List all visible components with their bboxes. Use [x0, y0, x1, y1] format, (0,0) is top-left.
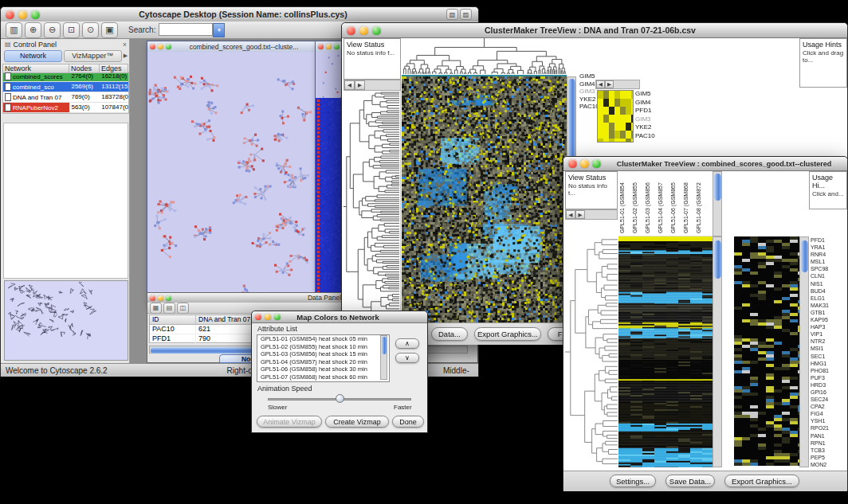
dna-left-hscrollbar[interactable]: ◀ ▶ [344, 80, 401, 91]
toolbar-icon[interactable]: ▣ [101, 22, 118, 38]
cytopanel-east-icon[interactable]: ▧ [446, 9, 458, 20]
scroll-right-icon[interactable]: ▶ [575, 210, 585, 219]
dna-mid-hscrollbar[interactable]: ◀ ▶ [595, 80, 640, 89]
zoom-button[interactable] [334, 44, 340, 49]
data-panel-icon[interactable]: ▤ [163, 303, 175, 314]
scroll-right-icon[interactable]: ▶ [605, 80, 614, 88]
combined-vscrollbar[interactable] [713, 236, 722, 467]
create-vizmap-button[interactable]: Create Vizmap [325, 416, 389, 428]
toolbar-icon[interactable]: ⊡ [63, 22, 80, 38]
network-edges: 13112(15) [100, 82, 128, 92]
network-overview-canvas[interactable] [5, 281, 128, 360]
dna-summary-heatmap[interactable] [597, 90, 634, 143]
zoom-button[interactable] [592, 159, 601, 168]
combined-row-dendrogram[interactable] [565, 236, 618, 467]
attribute-item[interactable]: GPL51-04 (GSM857) heat shock 20 min [259, 358, 389, 366]
toolbar-icon[interactable]: ⊕ [25, 22, 41, 38]
network-overview[interactable] [4, 280, 128, 361]
combined-collabel-vscrollbar[interactable] [713, 171, 722, 236]
close-button[interactable] [318, 44, 324, 49]
scroll-left-icon[interactable]: ◀ [596, 80, 605, 88]
panel-close-icon[interactable]: × [123, 41, 127, 49]
search-input[interactable] [159, 23, 213, 36]
close-button[interactable] [150, 295, 155, 301]
attribute-item[interactable]: GPL51-07 (GSM868) heat shock 60 min [259, 373, 389, 381]
move-down-button[interactable]: ∨ [395, 353, 419, 363]
attribute-item[interactable]: GPL51-06 (GSM858) heat shock 30 min [259, 365, 389, 373]
scroll-left-icon[interactable]: ◀ [344, 80, 355, 90]
export-graphics-button[interactable]: Export Graphics... [474, 327, 541, 341]
zoom-button[interactable] [166, 295, 171, 301]
attribute-item[interactable]: GPL51-03 (GSM856) heat shock 15 min [259, 350, 389, 358]
scroll-left-icon[interactable]: ◀ [566, 210, 575, 219]
zoom-button[interactable] [274, 314, 281, 320]
network-table-header: NetworkNodesEdges [2, 62, 129, 72]
treeview-combined-titlebar[interactable]: ClusterMaker TreeView : combined_scores_… [563, 157, 847, 171]
network-view-titlebar[interactable]: combined_scores_good.txt--cluste... [147, 41, 316, 53]
data-col-id[interactable]: ID [150, 315, 196, 324]
attribute-list[interactable]: GPL51-01 (GSM854) heat shock 05 minGPL51… [257, 334, 390, 382]
network-list-row[interactable]: RNAPuberNov2 563(0) 107847(0) [3, 103, 128, 113]
zoom-button[interactable] [31, 10, 40, 19]
dna-column-dendrogram[interactable] [402, 38, 567, 76]
minimize-button[interactable] [158, 295, 163, 301]
map-dialog-titlebar[interactable]: Map Colors to Network [252, 311, 427, 323]
gene-summary-label: PAC10 [635, 132, 667, 141]
vscroll-thumb[interactable] [714, 240, 721, 279]
done-button[interactable]: Done [392, 416, 424, 428]
minimize-button[interactable] [359, 26, 368, 35]
data-panel-icon[interactable]: ◫ [177, 303, 189, 314]
minimize-button[interactable] [158, 44, 163, 49]
zoom-button[interactable] [372, 26, 381, 35]
combined-right-heatmap[interactable] [734, 236, 799, 466]
data-panel-icon[interactable]: ▦ [150, 303, 162, 314]
dna-heatmap[interactable] [402, 76, 567, 322]
tab-vizmapper[interactable]: VizMapper™ [64, 50, 122, 62]
cytopanel-south-icon[interactable]: ▨ [460, 9, 472, 20]
slider-thumb[interactable] [336, 394, 344, 403]
combined-hscrollbar[interactable]: ◀ ▶ [565, 209, 618, 220]
minimize-button[interactable] [18, 10, 27, 19]
treeview-dna-titlebar[interactable]: ClusterMaker TreeView : DNA and Tran 07-… [342, 23, 847, 38]
settings-button[interactable]: Settings... [610, 475, 656, 487]
close-button[interactable] [255, 314, 261, 320]
gene-label: YRA1 [811, 244, 847, 251]
network-graph-canvas[interactable] [147, 52, 316, 304]
network-nodes: 563(0) [69, 103, 100, 112]
combined-heatmap[interactable] [618, 241, 713, 467]
zoom-button[interactable] [166, 44, 171, 49]
close-button[interactable] [568, 159, 577, 168]
network-list-row[interactable]: combined_sco 2569(6) 13112(15) [3, 82, 128, 92]
network-list-row[interactable]: DNA and Tran 07 769(0) 183728(0) [3, 92, 128, 103]
data-button[interactable]: Data... [431, 327, 468, 341]
save-data-button[interactable]: Save Data... [665, 475, 715, 487]
combined-right-vscrollbar[interactable] [799, 236, 809, 467]
scroll-right-icon[interactable]: ▶ [355, 80, 365, 90]
export-graphics-button[interactable]: Export Graphics... [724, 475, 799, 487]
minimize-button[interactable] [265, 314, 271, 320]
toolbar-icon[interactable]: ⊖ [44, 22, 61, 38]
minimize-button[interactable] [326, 44, 332, 49]
close-button[interactable] [150, 44, 155, 49]
network-list-row[interactable]: combined_scores 2764(0) 16218(0) [3, 72, 128, 82]
close-button[interactable] [6, 10, 14, 19]
attribute-item[interactable]: GPL51-01 (GSM854) heat shock 05 min [259, 335, 389, 343]
toolbar-icon[interactable]: ⊙ [82, 22, 99, 38]
animate-vizmap-button[interactable]: Animate Vizmap [257, 416, 322, 428]
search-dropdown-icon[interactable]: ▼ [213, 23, 225, 37]
vscroll-thumb[interactable] [714, 174, 721, 201]
vscroll-thumb[interactable] [801, 240, 808, 272]
toolbar-icon[interactable]: ▥ [6, 22, 22, 38]
main-titlebar[interactable]: Cytoscape Desktop (Session Name: collins… [1, 7, 478, 22]
vscroll-thumb[interactable] [382, 337, 387, 354]
minimize-button[interactable] [580, 159, 589, 168]
tab-overflow-icon[interactable]: ▶ [124, 53, 128, 59]
move-up-button[interactable]: ∧ [395, 338, 419, 349]
attribute-item[interactable]: GPL51-02 (GSM855) heat shock 10 min [259, 343, 389, 351]
close-button[interactable] [347, 26, 355, 35]
attribute-list-scrollbar[interactable] [380, 335, 387, 380]
attribute-items: GPL51-01 (GSM854) heat shock 05 minGPL51… [257, 335, 389, 381]
dna-row-dendrogram[interactable] [344, 91, 401, 322]
tab-network[interactable]: Network [4, 50, 62, 62]
animation-speed-slider[interactable] [268, 394, 411, 404]
